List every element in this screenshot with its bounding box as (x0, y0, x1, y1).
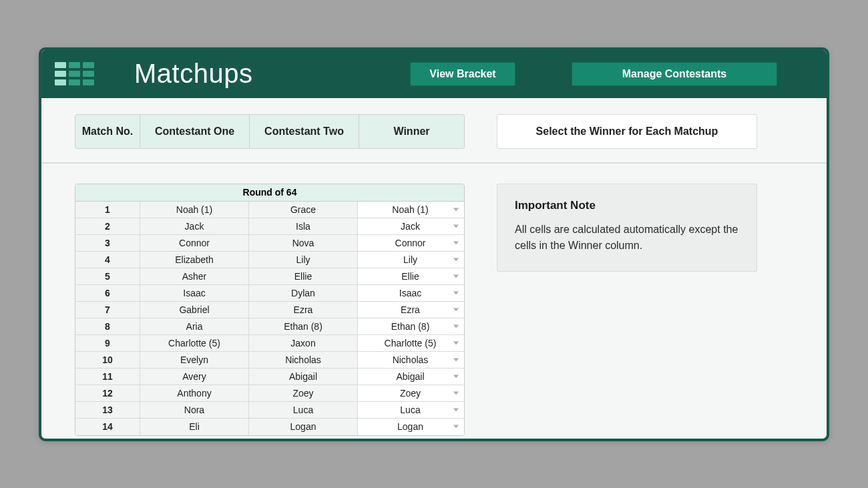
winner-value: Zoey (400, 388, 421, 399)
table-column-headers: Match No. Contestant One Contestant Two … (75, 114, 465, 149)
winner-dropdown[interactable]: Zoey (358, 385, 463, 401)
col-header-winner: Winner (359, 114, 465, 149)
table-row: 9Charlotte (5)JaxonCharlotte (5) (75, 335, 464, 352)
contestant-one-cell: Elizabeth (140, 252, 249, 268)
app-window: Matchups View Bracket Manage Contestants… (39, 47, 829, 441)
match-no-cell: 1 (75, 202, 140, 218)
chevron-down-icon (453, 391, 459, 395)
winner-dropdown[interactable]: Abigail (358, 369, 463, 385)
winner-value: Connor (395, 238, 426, 248)
chevron-down-icon (453, 308, 459, 311)
note-title: Important Note (515, 199, 739, 212)
winner-value: Nicholas (393, 354, 429, 365)
manage-contestants-button[interactable]: Manage Contestants (572, 62, 777, 86)
table-row: 6IsaacDylanIsaac (75, 285, 464, 302)
table-row: 8AriaEthan (8)Ethan (8) (75, 318, 464, 335)
table-row: 2JackIslaJack (75, 218, 464, 235)
winner-value: Logan (397, 421, 423, 432)
chevron-down-icon (453, 258, 459, 261)
contestant-one-cell: Aria (140, 318, 249, 334)
chevron-down-icon (453, 274, 459, 278)
chevron-down-icon (453, 358, 459, 361)
winner-value: Ellie (401, 271, 419, 282)
winner-value: Noah (1) (392, 204, 428, 215)
contestant-two-cell: Abigail (249, 369, 358, 385)
round-header: Round of 64 (75, 184, 464, 202)
table-row: 7GabrielEzraEzra (75, 302, 464, 318)
contestant-two-cell: Ethan (8) (249, 318, 358, 334)
winner-dropdown[interactable]: Connor (358, 235, 463, 251)
chevron-down-icon (453, 291, 459, 294)
winner-dropdown[interactable]: Isaac (358, 285, 463, 301)
winner-dropdown[interactable]: Ethan (8) (358, 318, 463, 334)
chevron-down-icon (453, 324, 459, 328)
match-no-cell: 5 (75, 268, 140, 284)
contestant-two-cell: Lily (249, 252, 358, 268)
contestant-one-cell: Gabriel (140, 302, 249, 318)
chevron-down-icon (453, 341, 459, 344)
column-header-row: Match No. Contestant One Contestant Two … (41, 98, 827, 164)
contestant-one-cell: Isaac (140, 285, 249, 301)
table-row: 10EvelynNicholasNicholas (75, 352, 464, 369)
winner-dropdown[interactable]: Lily (358, 252, 463, 268)
contestant-one-cell: Avery (140, 369, 249, 385)
contestant-one-cell: Connor (140, 235, 249, 251)
contestant-one-cell: Evelyn (140, 352, 249, 368)
winner-dropdown[interactable]: Ezra (358, 302, 463, 318)
note-body: All cells are calculated automatically e… (515, 222, 739, 254)
contestant-two-cell: Dylan (249, 285, 358, 301)
contestant-one-cell: Charlotte (5) (140, 335, 249, 351)
chevron-down-icon (453, 375, 459, 378)
table-row: 14EliLoganLogan (75, 419, 464, 435)
contestant-one-cell: Noah (1) (140, 202, 249, 218)
winner-dropdown[interactable]: Ellie (358, 268, 463, 284)
important-note-box: Important Note All cells are calculated … (497, 184, 757, 272)
chevron-down-icon (453, 425, 459, 429)
winner-value: Abigail (396, 371, 424, 382)
contestant-two-cell: Nicholas (249, 352, 358, 368)
contestant-two-cell: Logan (249, 419, 358, 435)
contestant-one-cell: Nora (140, 402, 249, 418)
match-no-cell: 7 (75, 302, 140, 318)
chevron-down-icon (453, 408, 459, 411)
chevron-down-icon (453, 241, 459, 244)
match-no-cell: 9 (75, 335, 140, 351)
contestant-one-cell: Anthony (140, 385, 249, 401)
winner-value: Charlotte (5) (385, 338, 437, 348)
view-bracket-button[interactable]: View Bracket (410, 62, 515, 86)
match-no-cell: 14 (75, 419, 140, 435)
contestant-two-cell: Ellie (249, 268, 358, 284)
table-row: 12AnthonyZoeyZoey (75, 385, 464, 402)
winner-value: Isaac (399, 288, 421, 298)
app-logo-icon (55, 62, 94, 85)
contestant-two-cell: Grace (249, 202, 358, 218)
winner-value: Ezra (401, 304, 420, 315)
table-row: 11AveryAbigailAbigail (75, 369, 464, 385)
table-row: 4ElizabethLilyLily (75, 252, 464, 268)
chevron-down-icon (453, 224, 459, 228)
winner-dropdown[interactable]: Nicholas (358, 352, 463, 368)
instruction-banner: Select the Winner for Each Matchup (497, 114, 757, 149)
winner-dropdown[interactable]: Charlotte (5) (358, 335, 463, 351)
body-row: Round of 64 1Noah (1)GraceNoah (1)2JackI… (41, 164, 827, 439)
match-no-cell: 8 (75, 318, 140, 334)
page-title: Matchups (134, 59, 252, 89)
contestant-one-cell: Asher (140, 268, 249, 284)
winner-dropdown[interactable]: Jack (358, 218, 463, 234)
col-header-contestant-two: Contestant Two (250, 114, 359, 149)
contestant-two-cell: Nova (249, 235, 358, 251)
winner-dropdown[interactable]: Noah (1) (358, 202, 463, 218)
contestant-one-cell: Eli (140, 419, 249, 435)
contestant-two-cell: Jaxon (249, 335, 358, 351)
contestant-two-cell: Isla (249, 218, 358, 234)
content-area: Match No. Contestant One Contestant Two … (41, 98, 827, 439)
match-no-cell: 12 (75, 385, 140, 401)
col-header-contestant-one: Contestant One (140, 114, 250, 149)
header-bar: Matchups View Bracket Manage Contestants (41, 50, 827, 98)
winner-value: Lily (403, 254, 417, 265)
winner-dropdown[interactable]: Logan (358, 419, 463, 435)
contestant-two-cell: Ezra (249, 302, 358, 318)
winner-dropdown[interactable]: Luca (358, 402, 463, 418)
match-no-cell: 10 (75, 352, 140, 368)
col-header-match-no: Match No. (75, 114, 140, 149)
